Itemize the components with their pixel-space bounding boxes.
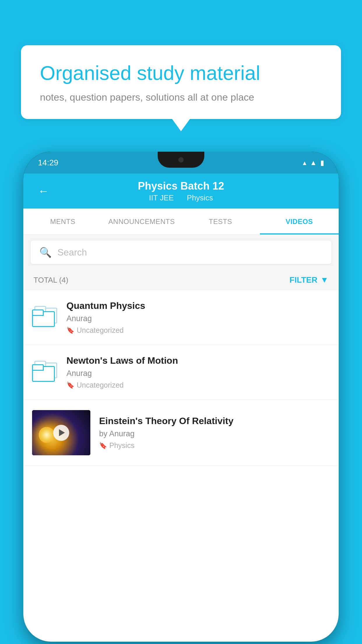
tab-videos[interactable]: VIDEOS: [260, 209, 339, 235]
battery-icon: ▮: [320, 159, 324, 167]
search-bar[interactable]: 🔍 Search: [31, 241, 331, 264]
search-container: 🔍 Search: [23, 235, 339, 270]
tabs-bar: MENTS ANNOUNCEMENTS TESTS VIDEOS: [23, 209, 339, 235]
tag-label: Uncategorized: [77, 381, 124, 389]
video-tag: 🔖 Uncategorized: [66, 381, 330, 389]
back-button[interactable]: ←: [38, 185, 49, 197]
video-title: Quantum Physics: [66, 300, 330, 311]
filter-button[interactable]: FILTER ▼: [289, 275, 328, 285]
subtitle-iit: IIT JEE: [149, 193, 174, 202]
video-tag: 🔖 Physics: [99, 441, 330, 450]
bubble-subtitle: notes, question papers, solutions all at…: [40, 92, 322, 103]
search-placeholder: Search: [57, 247, 87, 258]
phone-frame: 14:29 ▴ ▲ ▮ ← Physics Batch 12 IIT JEE P…: [23, 152, 339, 642]
list-item[interactable]: Einstein's Theory Of Relativity by Anura…: [23, 400, 339, 466]
header-title-group: Physics Batch 12 IIT JEE Physics: [138, 180, 224, 202]
video-author: Anurag: [66, 314, 330, 323]
tab-tests[interactable]: TESTS: [181, 209, 260, 235]
notch: [158, 152, 204, 168]
folder-front: [32, 364, 53, 382]
filter-icon: ▼: [320, 275, 328, 285]
header-title: Physics Batch 12: [138, 180, 224, 192]
app-header: ← Physics Batch 12 IIT JEE Physics: [23, 174, 339, 209]
camera-dot: [178, 157, 184, 162]
status-time: 14:29: [38, 158, 58, 167]
tag-icon: 🔖: [66, 327, 74, 334]
signal-icon: ▲: [310, 159, 317, 167]
folder-icon: [32, 306, 58, 329]
tab-announcements[interactable]: ANNOUNCEMENTS: [102, 209, 181, 235]
bubble-title: Organised study material: [40, 61, 322, 85]
play-button[interactable]: [53, 425, 69, 441]
search-icon: 🔍: [39, 246, 52, 258]
video-info: Quantum Physics Anurag 🔖 Uncategorized: [66, 300, 330, 335]
list-item[interactable]: Quantum Physics Anurag 🔖 Uncategorized: [23, 290, 339, 345]
video-author: by Anurag: [99, 429, 330, 438]
status-icons: ▴ ▲ ▮: [303, 159, 324, 167]
header-subtitle: IIT JEE Physics: [138, 193, 224, 202]
content-area: Quantum Physics Anurag 🔖 Uncategorized N…: [23, 290, 339, 642]
video-title: Newton's Laws of Motion: [66, 355, 330, 366]
play-triangle-icon: [59, 429, 65, 436]
video-tag: 🔖 Uncategorized: [66, 326, 330, 335]
tab-ments[interactable]: MENTS: [23, 209, 102, 235]
speech-bubble: Organised study material notes, question…: [21, 45, 341, 119]
total-count: TOTAL (4): [34, 276, 68, 285]
list-item[interactable]: Newton's Laws of Motion Anurag 🔖 Uncateg…: [23, 345, 339, 400]
status-bar: 14:29 ▴ ▲ ▮: [23, 152, 339, 174]
video-author: Anurag: [66, 369, 330, 378]
folder-front: [32, 309, 53, 327]
folder-icon: [32, 361, 58, 384]
tag-icon: 🔖: [99, 442, 107, 449]
video-info: Newton's Laws of Motion Anurag 🔖 Uncateg…: [66, 355, 330, 389]
filter-bar: TOTAL (4) FILTER ▼: [23, 270, 339, 290]
wifi-icon: ▴: [303, 159, 306, 167]
tag-label: Uncategorized: [77, 326, 124, 335]
video-title: Einstein's Theory Of Relativity: [99, 416, 330, 426]
video-thumbnail: [32, 410, 90, 455]
filter-label: FILTER: [289, 275, 317, 285]
tag-icon: 🔖: [66, 382, 74, 389]
tag-label: Physics: [109, 441, 134, 450]
video-info: Einstein's Theory Of Relativity by Anura…: [99, 416, 330, 450]
subtitle-physics: Physics: [187, 193, 213, 202]
